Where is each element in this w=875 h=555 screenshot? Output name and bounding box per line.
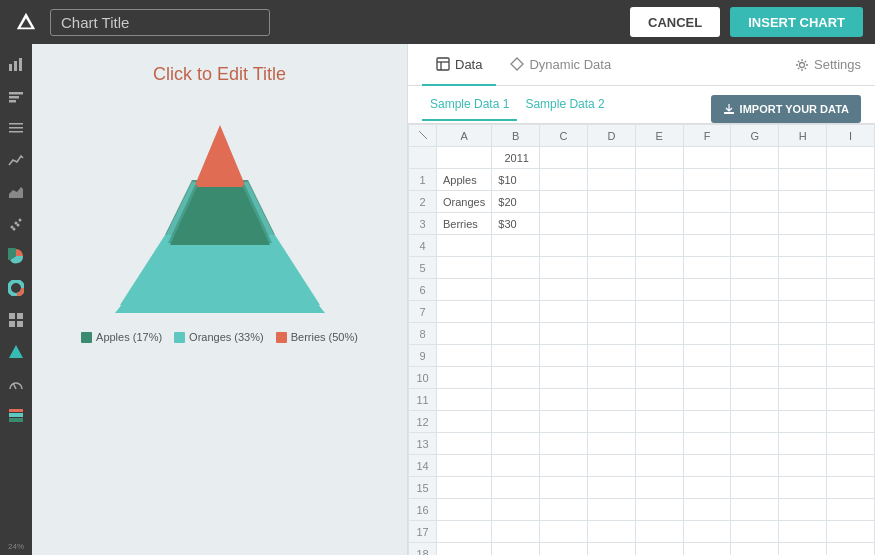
data-cell[interactable]: $30 [492,213,540,235]
data-cell[interactable] [437,389,492,411]
data-cell[interactable] [731,323,779,345]
data-cell[interactable] [437,411,492,433]
sample-data-1-tab[interactable]: Sample Data 1 [422,97,517,121]
data-cell[interactable] [437,433,492,455]
data-cell[interactable] [587,279,635,301]
data-cell[interactable] [683,323,731,345]
data-cell[interactable] [779,367,827,389]
data-cell[interactable] [540,147,588,169]
data-cell[interactable] [635,257,683,279]
data-cell[interactable] [683,499,731,521]
data-cell[interactable] [492,433,540,455]
data-cell[interactable] [635,235,683,257]
data-cell[interactable] [540,367,588,389]
data-cell[interactable] [731,279,779,301]
data-cell[interactable] [635,213,683,235]
data-cell[interactable] [683,521,731,543]
data-cell[interactable] [827,213,875,235]
data-cell[interactable] [437,543,492,556]
data-cell[interactable] [437,521,492,543]
data-cell[interactable] [779,169,827,191]
data-cell[interactable] [587,323,635,345]
data-cell[interactable] [731,433,779,455]
data-cell[interactable] [540,455,588,477]
data-cell[interactable] [731,213,779,235]
data-cell[interactable] [635,477,683,499]
sidebar-icon-pie[interactable] [2,242,30,270]
data-cell[interactable] [683,411,731,433]
data-cell[interactable] [540,389,588,411]
data-cell[interactable] [635,301,683,323]
data-cell[interactable] [587,543,635,556]
data-cell[interactable] [683,301,731,323]
data-cell[interactable] [492,411,540,433]
data-cell[interactable]: Apples [437,169,492,191]
data-cell[interactable]: $10 [492,169,540,191]
data-cell[interactable] [635,433,683,455]
data-cell[interactable] [731,345,779,367]
data-cell[interactable] [827,477,875,499]
data-cell[interactable] [635,147,683,169]
data-cell[interactable] [437,147,492,169]
data-cell[interactable] [492,235,540,257]
data-cell[interactable] [635,279,683,301]
data-cell[interactable] [731,301,779,323]
data-cell[interactable] [635,455,683,477]
data-cell[interactable] [683,213,731,235]
data-cell[interactable] [587,455,635,477]
insert-chart-button[interactable]: INSERT CHART [730,7,863,37]
data-cell[interactable] [683,455,731,477]
settings-button[interactable]: Settings [795,57,861,72]
data-cell[interactable] [827,521,875,543]
sidebar-icon-gauge[interactable] [2,370,30,398]
data-cell[interactable] [779,499,827,521]
data-cell[interactable] [827,147,875,169]
data-cell[interactable] [827,257,875,279]
data-cell[interactable] [540,433,588,455]
data-cell[interactable] [827,389,875,411]
data-cell[interactable] [492,301,540,323]
cancel-button[interactable]: CANCEL [630,7,720,37]
data-cell[interactable] [731,543,779,556]
data-cell[interactable] [492,345,540,367]
data-cell[interactable] [731,499,779,521]
data-cell[interactable] [437,279,492,301]
data-cell[interactable] [779,477,827,499]
data-cell[interactable]: Oranges [437,191,492,213]
data-cell[interactable] [779,213,827,235]
data-cell[interactable] [587,477,635,499]
data-cell[interactable] [437,455,492,477]
data-cell[interactable] [492,279,540,301]
data-cell[interactable] [587,345,635,367]
data-cell[interactable] [437,323,492,345]
data-cell[interactable] [731,367,779,389]
data-cell[interactable] [540,279,588,301]
data-cell[interactable] [731,235,779,257]
sidebar-icon-list[interactable] [2,114,30,142]
data-cell[interactable] [827,367,875,389]
sidebar-icon-stack[interactable] [2,402,30,430]
tab-data[interactable]: Data [422,44,496,86]
data-cell[interactable] [731,477,779,499]
sidebar-icon-scatter[interactable] [2,210,30,238]
data-cell[interactable] [683,279,731,301]
data-cell[interactable] [683,257,731,279]
data-cell[interactable] [683,477,731,499]
data-cell[interactable] [827,235,875,257]
data-cell[interactable] [492,499,540,521]
data-cell[interactable] [683,235,731,257]
data-cell[interactable] [635,389,683,411]
data-cell[interactable] [731,191,779,213]
sample-data-2-tab[interactable]: Sample Data 2 [517,97,612,121]
data-cell[interactable]: $20 [492,191,540,213]
data-cell[interactable] [683,147,731,169]
data-cell[interactable] [779,323,827,345]
sidebar-icon-pyramid[interactable] [2,338,30,366]
sidebar-icon-bar[interactable] [2,50,30,78]
data-cell[interactable] [731,455,779,477]
data-cell[interactable] [779,257,827,279]
sidebar-icon-donut[interactable] [2,274,30,302]
sidebar-icon-bar2[interactable] [2,82,30,110]
data-cell[interactable] [827,323,875,345]
data-cell[interactable] [683,433,731,455]
